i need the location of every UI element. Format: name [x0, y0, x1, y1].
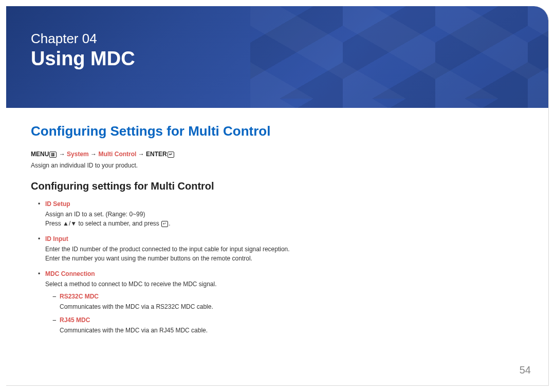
item-title: RJ45 MDC	[60, 315, 524, 325]
hero-banner: Chapter 04 Using MDC	[6, 6, 548, 108]
section-heading: Configuring Settings for Multi Control	[31, 123, 524, 139]
item-title: ID Setup	[45, 199, 524, 209]
item-desc: Assign an ID to a set. (Range: 0~99)	[45, 210, 524, 219]
nav-multi-control: Multi Control	[98, 151, 136, 158]
chapter-title: Using MDC	[31, 48, 524, 70]
subsection-heading: Configuring settings for Multi Control	[31, 180, 524, 192]
settings-list: ID Setup Assign an ID to a set. (Range: …	[31, 199, 524, 335]
item-title: MDC Connection	[45, 269, 524, 278]
enter-icon: ↵	[161, 221, 168, 227]
chapter-label: Chapter 04	[31, 31, 524, 47]
menu-nav-path: MENU▥ → System → Multi Control → ENTER↵	[31, 151, 524, 158]
menu-icon: ▥	[49, 152, 57, 158]
content-area: Configuring Settings for Multi Control M…	[6, 108, 548, 335]
item-title: ID Input	[45, 234, 524, 244]
nav-menu-label: MENU	[31, 151, 49, 158]
item-desc: Press ▲/▼ to select a number, and press …	[45, 219, 524, 228]
page-inner: Chapter 04 Using MDC Configuring Setting…	[6, 6, 549, 386]
assign-text: Assign an individual ID to your product.	[31, 162, 524, 169]
item-desc: Enter the number you want using the numb…	[45, 254, 524, 263]
mdc-sublist: RS232C MDC Communicates with the MDC via…	[45, 292, 524, 335]
sublist-item-rj45: RJ45 MDC Communicates with the MDC via a…	[52, 315, 524, 335]
item-desc: Communicates with the MDC via an RJ45 MD…	[60, 326, 524, 335]
item-desc: Select a method to connect to MDC to rec…	[45, 279, 524, 289]
list-item-mdc-connection: MDC Connection Select a method to connec…	[38, 269, 524, 335]
enter-icon: ↵	[168, 152, 174, 158]
nav-system: System	[67, 151, 89, 158]
text-fragment: Press	[45, 220, 63, 227]
text-fragment: .	[169, 220, 170, 227]
updown-icon: ▲/▼	[63, 220, 77, 227]
item-desc: Enter the ID number of the product conne…	[45, 245, 524, 254]
list-item-id-input: ID Input Enter the ID number of the prod…	[38, 234, 524, 263]
nav-enter-label: ENTER	[146, 151, 167, 158]
arrow-icon: →	[59, 151, 65, 158]
arrow-icon: →	[138, 151, 144, 158]
page-container: Chapter 04 Using MDC Configuring Setting…	[0, 0, 555, 392]
item-desc: Communicates with the MDC via a RS232C M…	[60, 302, 524, 311]
list-item-id-setup: ID Setup Assign an ID to a set. (Range: …	[38, 199, 524, 228]
page-number: 54	[520, 364, 531, 376]
sublist-item-rs232c: RS232C MDC Communicates with the MDC via…	[52, 292, 524, 311]
text-fragment: to select a number, and press	[77, 220, 161, 227]
item-title: RS232C MDC	[60, 292, 524, 301]
arrow-icon: →	[90, 151, 97, 158]
